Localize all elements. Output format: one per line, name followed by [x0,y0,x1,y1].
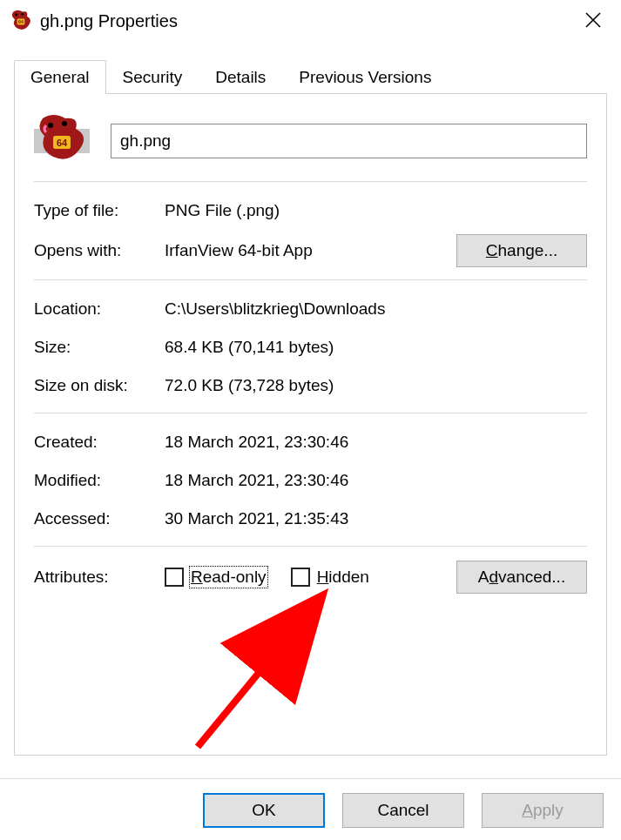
footer-divider [0,778,621,779]
window-close-button[interactable] [576,4,611,37]
hidden-checkbox[interactable]: Hidden [291,568,369,587]
svg-text:64: 64 [18,19,24,24]
svg-point-3 [21,13,24,16]
tab-details[interactable]: Details [199,60,282,94]
size-on-disk-value: 72.0 KB (73,728 bytes) [165,376,587,395]
file-type-icon: 64 [34,113,90,169]
modified-label: Modified: [34,471,165,490]
read-only-checkbox-label: Read-only [191,568,267,587]
opens-with-value: IrfanView 64-bit App [165,241,456,260]
opens-with-label: Opens with: [34,241,165,260]
svg-line-12 [198,599,320,747]
divider [34,279,587,280]
size-label: Size: [34,338,165,357]
annotation-arrow-icon [172,581,363,756]
read-only-checkbox[interactable]: Read-only [165,568,267,587]
divider [34,181,587,182]
created-label: Created: [34,433,165,452]
general-panel: 64 Type of file: PNG File (.png) Opens w… [14,94,607,756]
type-of-file-label: Type of file: [34,201,165,220]
svg-text:64: 64 [57,138,68,148]
created-value: 18 March 2021, 23:30:46 [165,433,587,452]
svg-point-10 [62,121,67,126]
tab-security[interactable]: Security [106,60,199,94]
accessed-value: 30 March 2021, 21:35:43 [165,509,587,528]
checkbox-box-icon [165,568,184,587]
cancel-button[interactable]: Cancel [342,793,464,828]
dialog-button-row: OK Cancel Apply [0,793,621,828]
accessed-label: Accessed: [34,509,165,528]
change-button[interactable]: Change... [456,234,587,267]
ok-button[interactable]: OK [203,793,325,828]
divider [34,546,587,547]
apply-button[interactable]: Apply [482,793,604,828]
title-bar: 64 gh.png Properties [0,0,621,42]
advanced-button[interactable]: Advanced... [456,561,587,594]
size-on-disk-label: Size on disk: [34,376,165,395]
type-of-file-value: PNG File (.png) [165,201,587,220]
divider [34,413,587,413]
app-icon: 64 [9,9,33,33]
title-bar-left: 64 gh.png Properties [9,9,178,33]
hidden-checkbox-label: Hidden [317,568,369,587]
location-value: C:\Users\blitzkrieg\Downloads [165,299,587,319]
filename-input[interactable] [111,124,587,158]
checkbox-box-icon [291,568,310,587]
attributes-label: Attributes: [34,568,165,587]
svg-point-9 [48,123,53,128]
window-title: gh.png Properties [40,11,178,31]
tab-previous-versions[interactable]: Previous Versions [282,60,448,94]
tab-general[interactable]: General [14,60,106,94]
close-icon [584,11,602,29]
properties-window: 64 gh.png Properties General Security De… [0,0,621,840]
size-value: 68.4 KB (70,141 bytes) [165,338,587,357]
modified-value: 18 March 2021, 23:30:46 [165,471,587,490]
tab-strip: General Security Details Previous Versio… [14,57,607,94]
svg-point-2 [15,14,17,17]
location-label: Location: [34,299,165,319]
